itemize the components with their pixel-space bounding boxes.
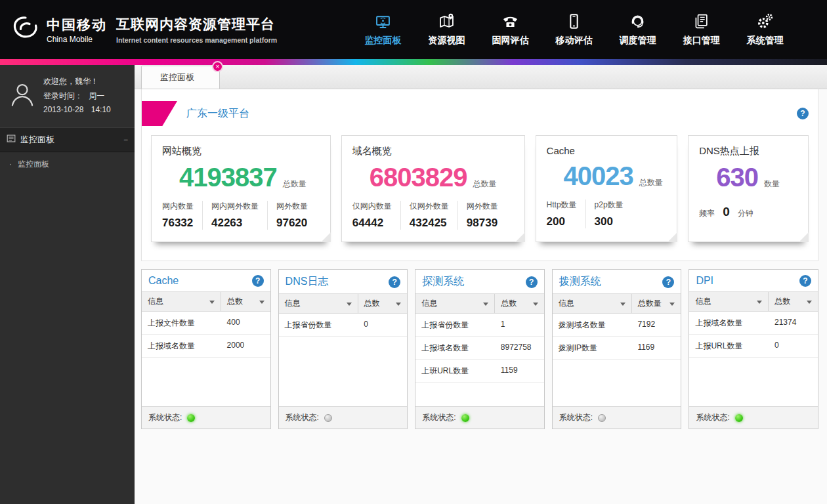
brand-name-cn: 中国移动	[47, 16, 107, 34]
top-nav: 监控面板 资源视图	[351, 12, 797, 47]
status-dot	[324, 414, 332, 422]
sidebar-section-monitor-panel[interactable]: 监控面板 −	[0, 127, 135, 152]
nav-item-interface-mgmt[interactable]: 接口管理	[669, 12, 733, 47]
help-icon[interactable]: ?	[389, 276, 400, 288]
table-row: 上报URL数量 0	[689, 335, 818, 358]
login-date: 2013-10-28	[43, 105, 83, 114]
nav-item-dispatch-mgmt[interactable]: 调度管理	[606, 12, 669, 47]
column-header-info[interactable]: 信息	[279, 294, 358, 313]
row-label: 拨测域名数量	[553, 314, 632, 336]
row-label: 上报域名数量	[689, 312, 769, 334]
tab-bar: 监控面板 ×	[135, 65, 827, 89]
status-dot	[461, 414, 469, 422]
sidebar: 欢迎您，魏华！ 登录时间： 周一 2013-10-28 14:10	[0, 65, 135, 504]
help-icon[interactable]: ?	[662, 276, 674, 288]
column-header-total[interactable]: 总数量	[631, 294, 681, 313]
system-status: 系统状态:	[142, 406, 270, 429]
help-icon[interactable]: ?	[797, 108, 809, 119]
card-stat: 网内数量 76332	[162, 201, 202, 230]
china-mobile-logo-icon	[11, 15, 41, 44]
row-label: 上报URL数量	[689, 335, 769, 357]
column-header-info[interactable]: 信息	[142, 292, 221, 311]
stat-value: 76332	[162, 217, 194, 230]
tab-monitor-panel[interactable]: 监控面板 ×	[141, 66, 220, 89]
card-stat: Http数量 200	[547, 200, 585, 228]
collapse-icon[interactable]: −	[123, 135, 128, 144]
row-label: 上班URL数量	[415, 360, 495, 382]
column-label: 信息	[559, 298, 574, 309]
chevron-down-icon	[259, 301, 265, 306]
table-row: 上报省份数量 1	[415, 314, 544, 337]
column-header-info[interactable]: 信息	[553, 294, 631, 313]
panel-probe-system: 探测系统 ? 信息 总数 上报省份数量	[415, 269, 545, 429]
monitor-panels: Cache ? 信息 总数 上报文件数量	[141, 269, 818, 429]
login-time: 14:10	[91, 105, 111, 114]
column-label: 总数	[227, 296, 243, 307]
status-label: 系统状态:	[148, 412, 182, 423]
column-label: 信息	[421, 298, 437, 309]
chevron-down-icon	[620, 303, 626, 308]
region-title: 广东一级平台	[186, 107, 249, 121]
nav-item-system-mgmt[interactable]: 系统管理	[733, 12, 797, 47]
phone-icon	[478, 12, 542, 32]
nav-label: 调度管理	[606, 35, 669, 47]
status-label: 系统状态:	[286, 412, 319, 423]
welcome-text: 欢迎您，魏华！	[43, 75, 111, 89]
chevron-down-icon	[533, 303, 538, 308]
help-icon[interactable]: ?	[526, 276, 538, 288]
card-big-number: 40023	[564, 161, 633, 191]
column-header-info[interactable]: 信息	[415, 294, 494, 313]
status-label: 系统状态:	[696, 412, 729, 423]
stat-label: 网外数量	[276, 201, 308, 212]
panel-dpi: DPI ? 信息 总数 上报域名数量	[689, 269, 818, 429]
card-stat: p2p数量 300	[585, 200, 632, 228]
card-stat: 仅网外数量 432425	[400, 201, 457, 230]
row-value: 1169	[631, 337, 681, 359]
system-status: 系统状态:	[553, 406, 681, 429]
nav-label: 系统管理	[733, 35, 797, 47]
sidebar-item-monitor-panel[interactable]: 监控面板	[0, 152, 135, 177]
help-icon[interactable]: ?	[799, 275, 811, 287]
nav-item-resource-view[interactable]: 资源视图	[415, 12, 478, 47]
card-big-number: 630	[716, 163, 758, 192]
panel-title: DNS日志	[286, 275, 329, 289]
rainbow-divider	[0, 59, 827, 65]
row-label: 拨测IP数量	[553, 337, 632, 359]
nav-item-monitor-panel[interactable]: 监控面板	[351, 12, 415, 47]
nav-item-fixed-network-eval[interactable]: 固网评估	[478, 12, 542, 47]
card-stat: 仅网内数量 64442	[352, 201, 400, 230]
column-label: 总数	[501, 298, 517, 309]
row-value: 0	[769, 335, 818, 357]
login-day: 周一	[89, 91, 104, 100]
top-header: 中国移动 China Mobile 互联网内容资源管理平台 Internet c…	[0, 0, 827, 59]
map-icon	[415, 12, 478, 32]
stat-value: 97620	[276, 217, 308, 230]
login-label: 登录时间：	[43, 91, 83, 100]
nav-item-mobile-eval[interactable]: 移动评估	[542, 12, 606, 47]
nav-label: 监控面板	[351, 35, 415, 47]
nav-label: 移动评估	[542, 35, 606, 47]
help-icon[interactable]: ?	[252, 275, 264, 287]
row-value: 2000	[221, 335, 270, 357]
column-header-total[interactable]: 总数	[358, 294, 408, 313]
column-header-total[interactable]: 总数	[221, 292, 270, 311]
system-status: 系统状态:	[689, 406, 818, 429]
card-big-label: 总数量	[473, 178, 497, 190]
stat-value: 42263	[211, 217, 259, 230]
close-icon[interactable]: ×	[212, 61, 223, 72]
stat-label: 网内网外数量	[211, 201, 259, 212]
stat-label: 网内数量	[162, 201, 194, 212]
card-big-label: 数量	[764, 178, 780, 190]
column-label: 总数	[774, 296, 790, 307]
sidebar-item-label: 监控面板	[18, 159, 49, 169]
table-row: 拨测域名数量 7192	[553, 314, 681, 337]
card-cache: Cache 40023 总数量 Http数量 200 p2p数量	[536, 135, 678, 242]
card-stat: 网外数量 97620	[267, 201, 316, 230]
status-label: 系统状态:	[422, 412, 456, 423]
column-header-total[interactable]: 总数	[494, 294, 544, 313]
brand-name-en: China Mobile	[47, 35, 107, 44]
column-header-total[interactable]: 总数	[768, 292, 818, 311]
status-dot	[598, 414, 606, 422]
panel-dns-log: DNS日志 ? 信息 总数 上报省份数量	[278, 269, 408, 429]
column-header-info[interactable]: 信息	[689, 292, 768, 311]
